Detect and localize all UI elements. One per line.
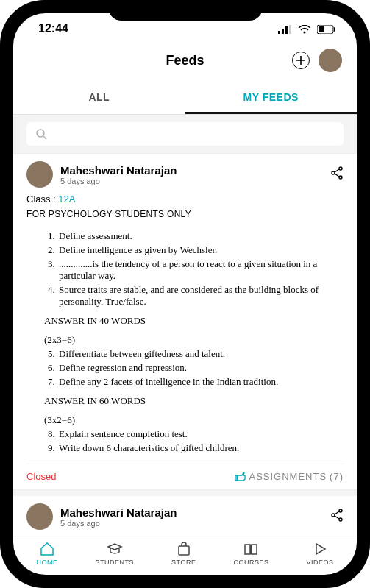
nav-store-label: STORE	[171, 559, 196, 566]
battery-icon	[317, 25, 336, 34]
tab-all[interactable]: ALL	[13, 82, 185, 114]
bottom-nav: HOME STUDENTS STORE COURSES VIDEOS	[13, 536, 357, 575]
svg-rect-20	[179, 546, 189, 555]
svg-line-18	[335, 511, 339, 514]
svg-point-17	[339, 518, 342, 521]
svg-point-12	[339, 176, 342, 179]
wifi-icon	[298, 25, 311, 34]
assignments-count: (7)	[330, 471, 344, 482]
search-input[interactable]	[26, 122, 344, 146]
store-icon	[176, 541, 192, 557]
phone-frame: 12:44 Feeds ALL MY FEEDS	[0, 0, 370, 588]
home-icon	[39, 541, 55, 557]
svg-point-10	[339, 167, 342, 170]
question-6: Define regression and repression.	[57, 362, 338, 374]
question-4: Source traits are stable, and are consid…	[57, 284, 338, 308]
author-name: Maheshwari Natarajan	[60, 164, 177, 177]
notch	[108, 0, 263, 21]
page-title: Feeds	[166, 53, 204, 68]
profile-avatar[interactable]	[319, 49, 342, 72]
svg-rect-6	[334, 27, 335, 32]
nav-videos[interactable]: VIDEOS	[306, 541, 333, 566]
nav-courses[interactable]: COURSES	[233, 541, 268, 566]
search-container	[13, 115, 357, 153]
svg-point-11	[332, 171, 335, 174]
card-header: Maheshwari Natarajan 5 days ago	[26, 161, 344, 188]
assignments-label: ASSIGNMENTS	[249, 471, 327, 482]
svg-rect-0	[278, 31, 280, 34]
share-button[interactable]	[330, 166, 344, 183]
svg-rect-3	[289, 25, 291, 34]
author-avatar[interactable]	[26, 161, 53, 188]
nav-home-label: HOME	[37, 559, 58, 566]
videos-icon	[312, 541, 328, 557]
courses-icon	[243, 541, 259, 557]
screen: 12:44 Feeds ALL MY FEEDS	[13, 13, 357, 575]
question-2: Define intelligence as given by Wechsler…	[57, 244, 338, 256]
class-label: Class :	[26, 194, 56, 205]
feed-card: Maheshwari Natarajan 5 days ago Class : …	[13, 153, 357, 490]
section-3-heading: ANSWER IN 60 WORDS	[44, 395, 338, 407]
search-icon	[35, 128, 47, 140]
section-2-marks: (2x3=6)	[44, 334, 338, 346]
feed-card: Maheshwari Natarajan 5 days ago	[13, 490, 357, 536]
question-9: Write down 6 characteristics of gifted c…	[57, 442, 338, 454]
nav-courses-label: COURSES	[233, 559, 268, 566]
nav-store[interactable]: STORE	[171, 541, 196, 566]
section-3-marks: (3x2=6)	[44, 414, 338, 426]
document-title: FOR PSYCHOLOGY STUDENTS ONLY	[26, 209, 344, 219]
like-icon	[234, 470, 246, 482]
question-1: Define assessment.	[57, 230, 338, 242]
class-line: Class : 12A	[26, 194, 344, 205]
card-header: Maheshwari Natarajan 5 days ago	[26, 503, 344, 530]
assignments-button[interactable]: ASSIGNMENTS(7)	[234, 470, 344, 482]
nav-students[interactable]: STUDENTS	[96, 541, 135, 566]
svg-line-9	[43, 136, 46, 139]
svg-point-15	[339, 509, 342, 512]
card-footer: Closed ASSIGNMENTS(7)	[26, 464, 344, 483]
svg-line-13	[335, 169, 339, 172]
status-indicators	[278, 22, 336, 35]
svg-rect-1	[282, 29, 284, 34]
post-time: 5 days ago	[60, 177, 177, 185]
signal-icon	[278, 25, 291, 34]
tabs: ALL MY FEEDS	[13, 82, 357, 115]
nav-home[interactable]: HOME	[37, 541, 58, 566]
svg-rect-7	[319, 26, 324, 32]
add-button[interactable]	[292, 52, 310, 69]
nav-students-label: STUDENTS	[96, 559, 135, 566]
document-body: Define assessment. Define intelligence a…	[26, 224, 344, 459]
svg-point-4	[303, 31, 305, 33]
class-code: 12A	[58, 194, 75, 205]
share-icon	[330, 166, 344, 180]
post-time: 5 days ago	[60, 519, 177, 528]
author-avatar[interactable]	[26, 503, 53, 530]
svg-line-14	[335, 174, 339, 177]
nav-videos-label: VIDEOS	[306, 559, 333, 566]
question-7: Define any 2 facets of intelligence in t…	[57, 376, 338, 388]
question-5: Differentiate between giftedness and tal…	[57, 348, 338, 360]
tab-my-feeds[interactable]: MY FEEDS	[185, 82, 357, 114]
svg-rect-2	[285, 26, 288, 34]
header: Feeds	[13, 44, 357, 77]
status-closed: Closed	[26, 471, 56, 482]
plus-icon	[296, 56, 305, 65]
feed-list[interactable]: Maheshwari Natarajan 5 days ago Class : …	[13, 153, 357, 536]
svg-point-16	[332, 514, 335, 517]
question-8: Explain sentence completion test.	[57, 428, 338, 440]
students-icon	[107, 541, 123, 557]
share-icon	[330, 509, 344, 522]
svg-line-19	[335, 516, 339, 519]
share-button[interactable]	[330, 509, 344, 525]
status-time: 12:44	[38, 22, 68, 35]
author-name: Maheshwari Natarajan	[60, 506, 177, 519]
svg-point-8	[37, 130, 44, 137]
question-3: ..............is the tendency of a perso…	[57, 258, 338, 282]
section-2-heading: ANSWER IN 40 WORDS	[44, 315, 338, 327]
